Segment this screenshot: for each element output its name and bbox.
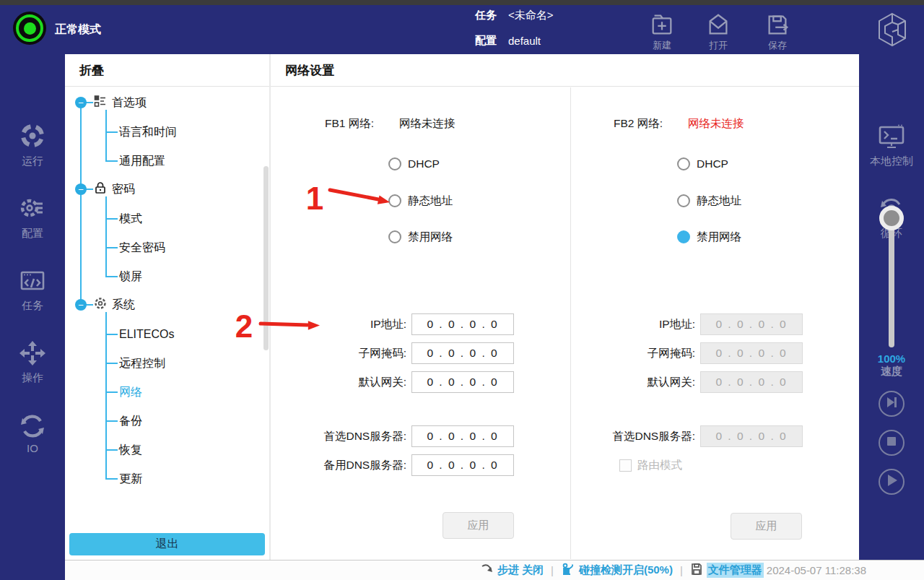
tree-item-label: 系统 [112,298,135,313]
speed-slider-track[interactable] [889,219,894,347]
stop-button[interactable] [879,430,905,456]
fb2-label: FB2 网络: [614,116,663,131]
code-window-icon [0,267,65,296]
speed-readout: 100% 速度 [859,352,924,378]
tree-collapse-node[interactable]: − [75,183,87,195]
tree-item-restore[interactable]: 恢复 [119,441,142,459]
tree-connector [105,131,118,133]
save-icon [754,12,801,38]
sidebar-item-operate[interactable]: 操作 [0,339,65,385]
fb1-dns1-input[interactable] [411,425,514,447]
tree-item-backup[interactable]: 备份 [119,412,142,430]
checkbox-label: 路由模式 [637,458,682,473]
fb1-radio-static[interactable]: 静态地址 [388,193,453,209]
right-sidebar: 本地控制 循环 100% 速度 [859,54,924,561]
tree-item-remote-control[interactable]: 远程控制 [119,355,165,372]
field-label: 子网掩码: [587,346,695,361]
tree-item-system[interactable]: 系统 [94,296,135,313]
save-task-label: 保存 [768,40,787,51]
tree-item-general-config[interactable]: 通用配置 [119,152,165,170]
fb2-mask-row: 子网掩码: [587,342,803,364]
save-task-button[interactable]: 保存 [754,12,801,52]
fb2-gateway-input [700,371,803,393]
file-manager-status[interactable]: 文件管理器 [690,563,764,578]
robot-icon [561,562,575,579]
tree-connector [105,218,118,220]
tree-item-label: ELITECOs [119,328,174,341]
fb1-dns2-input[interactable] [411,454,514,476]
new-task-button[interactable]: 新建 [639,12,685,52]
speed-slider-knob[interactable] [879,206,904,230]
fb1-label: FB1 网络: [325,116,374,131]
open-task-button[interactable]: 打开 [695,12,741,52]
fb1-gateway-input[interactable] [411,371,514,393]
skip-next-icon [884,394,899,413]
tree-item-label: 网络 [119,385,142,400]
tree-item-lock-screen[interactable]: 锁屏 [119,268,142,285]
task-label: 任务 [475,9,497,22]
step-arrow-icon [481,563,494,578]
radio-icon [388,230,401,243]
tree-item-mode[interactable]: 模式 [119,210,142,228]
fb2-dns1-row: 首选DNS服务器: [587,425,803,447]
top-bar: 正常模式 任务 <未命名> 配置 default 新建 打开 [0,5,924,54]
tree-panel-title[interactable]: 折叠 [79,62,104,79]
fb2-apply-button[interactable]: 应用 [731,513,802,540]
tree-item-network[interactable]: 网络 [119,384,142,401]
sidebar-item-label: 操作 [22,371,43,384]
fb2-ip-input [700,313,803,335]
play-button[interactable] [879,469,905,495]
exit-button[interactable]: 退出 [69,533,265,555]
tree-item-label: 更新 [119,472,142,487]
fb2-router-mode-checkbox[interactable]: 路由模式 [619,457,682,473]
fb1-mask-row: 子网掩码: [298,342,514,364]
sidebar-item-local-control[interactable]: 本地控制 [859,123,924,168]
tree-connector [105,391,118,393]
tree-connector [86,189,93,190]
fb1-status: 网络未连接 [399,116,456,131]
network-panel-header: 网络设置 [271,54,859,87]
step-mode-status[interactable]: 步进 关闭 [481,563,544,578]
settings-tree-panel: 折叠 − − − 首 [65,54,269,560]
tree-item-language-time[interactable]: 语言和时间 [119,124,177,141]
fb2-radio-disable[interactable]: 禁用网络 [677,229,741,245]
app-window: 正常模式 任务 <未命名> 配置 default 新建 打开 [0,0,924,580]
tree-connector [105,449,118,451]
sidebar-item-io[interactable]: IO [0,413,65,454]
separator: | [551,564,554,576]
tree-connector [105,196,107,277]
fb2-radio-static[interactable]: 静态地址 [677,193,741,209]
sidebar-item-task[interactable]: 任务 [0,267,65,313]
tree-item-elitecos[interactable]: ELITECOs [119,326,174,343]
radio-icon [677,157,690,170]
tree-scrollbar[interactable] [263,166,269,350]
list-tree-icon [94,95,112,111]
mode-label: 正常模式 [55,22,101,38]
fb1-apply-button[interactable]: 应用 [443,512,514,539]
tree-item-safety-password[interactable]: 安全密码 [119,239,165,256]
radio-label: 禁用网络 [408,230,453,245]
task-value: <未命名> [508,9,554,22]
sidebar-item-config[interactable]: 配置 [0,195,65,241]
collision-status[interactable]: 碰撞检测开启(50%) [561,562,673,579]
separator: | [680,564,683,576]
tree-item-password[interactable]: 密码 [94,181,135,198]
tree-collapse-node[interactable]: − [75,97,87,108]
step-mode-label: 步进 关闭 [497,563,544,577]
tree-item-preferences[interactable]: 首选项 [94,94,147,111]
tree-item-label: 恢复 [119,443,142,458]
tree-item-update[interactable]: 更新 [119,470,142,488]
sidebar-item-run[interactable]: 运行 [0,123,65,168]
fb1-mask-input[interactable] [411,342,514,364]
terminal-icon [859,123,924,152]
fb1-radio-disable[interactable]: 禁用网络 [388,229,453,245]
fb1-radio-dhcp[interactable]: DHCP [388,156,440,172]
radio-icon [677,194,690,207]
field-label: 备用DNS服务器: [298,458,406,473]
clock-datetime: 2024-05-07 11:28:38 [767,564,866,576]
sidebar-item-label: 运行 [22,155,43,167]
step-forward-button[interactable] [879,391,905,417]
tree-collapse-node[interactable]: − [75,299,87,311]
fb2-radio-dhcp[interactable]: DHCP [677,156,728,172]
fb1-ip-input[interactable] [411,313,514,335]
